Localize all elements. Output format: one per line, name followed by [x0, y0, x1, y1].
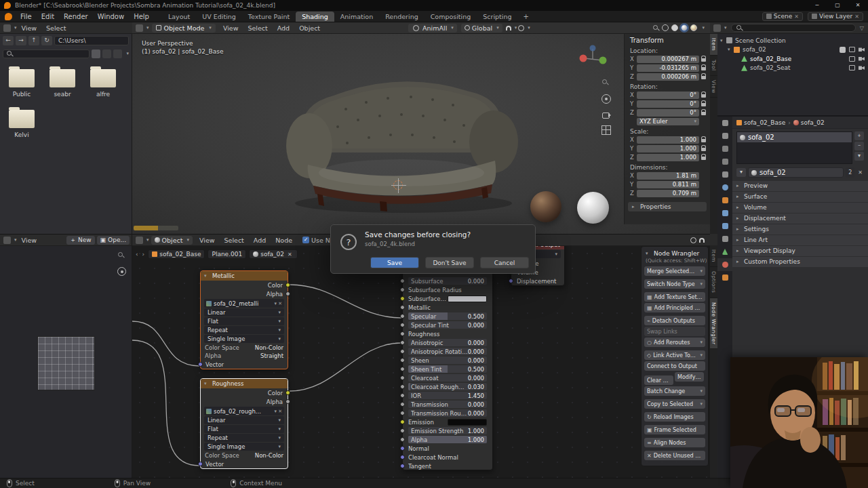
- breadcrumb-sofa-02-base[interactable]: sofa_02_Base: [736, 119, 785, 126]
- editor-type-icon[interactable]: [136, 24, 143, 32]
- roughness-dropdown-single-image[interactable]: Single Image▾: [204, 443, 284, 451]
- bsdf-alpha-input-socket[interactable]: [400, 437, 405, 442]
- snapping-icon[interactable]: [690, 237, 696, 243]
- transform-value-field[interactable]: 1.000: [637, 154, 699, 161]
- zoom-icon[interactable]: [117, 251, 126, 260]
- metallic-color-output-socket[interactable]: [285, 283, 290, 287]
- node-wrangler-title[interactable]: ▾Node Wrangler: [644, 249, 705, 257]
- bsdf-specular-tint-slider[interactable]: Specular Tint0.000: [408, 321, 487, 329]
- transform-value-field[interactable]: 1.000: [637, 145, 699, 152]
- principled-bsdf-node[interactable]: Subsurface0.000Subsurface RadiusSubsurfa…: [402, 272, 493, 470]
- properties-tab-output[interactable]: [717, 142, 732, 155]
- bsdf-anisotropic-rotation-slider[interactable]: Anisotropic Rotation0.000: [408, 348, 487, 355]
- bsdf-specular-input-socket[interactable]: [400, 314, 405, 319]
- display-settings-button[interactable]: [113, 49, 122, 58]
- wrangler-swap-links[interactable]: Swap Links: [644, 327, 705, 336]
- unlink-material-icon[interactable]: ✕: [856, 169, 864, 176]
- output-displacement-input-socket[interactable]: [509, 279, 513, 283]
- viewport-menu-select[interactable]: Select: [243, 24, 272, 32]
- shader-menu-node[interactable]: Node: [271, 237, 297, 244]
- browse-material-button[interactable]: ▾: [736, 168, 746, 177]
- properties-tab-material[interactable]: [717, 258, 732, 271]
- wrangler-delete-unused-n[interactable]: ✕Delete Unused N...: [644, 451, 705, 460]
- wrangler-copy-to-selected[interactable]: Copy to Selected▾: [644, 399, 705, 409]
- transform-value-field[interactable]: 0°: [637, 100, 699, 108]
- selectability-checkbox[interactable]: [840, 47, 846, 53]
- editor-type-icon[interactable]: [3, 24, 11, 32]
- bsdf-specular-slider[interactable]: Specular0.500: [408, 312, 487, 320]
- metallic-node-header[interactable]: ▾Metallic: [201, 271, 288, 281]
- rotation-mode-select[interactable]: XYZ Euler▾: [637, 118, 699, 125]
- bsdf-subsurface-input-socket[interactable]: [400, 279, 405, 283]
- editor-type-icon[interactable]: [136, 237, 143, 244]
- menu-edit[interactable]: Edit: [37, 13, 59, 20]
- mode-selector[interactable]: Object Mode▾: [152, 24, 216, 33]
- outliner-row-sofa-02-base[interactable]: sofa_02_Base: [717, 54, 868, 64]
- wrangler-reload-images[interactable]: ↻Reload Images: [644, 412, 705, 422]
- menu-help[interactable]: Help: [129, 13, 154, 20]
- roughness-dropdown-linear[interactable]: Linear▾: [204, 416, 284, 424]
- solid-shading-button[interactable]: [671, 24, 678, 31]
- bsdf-subsurface-radius-input-socket[interactable]: [400, 287, 405, 292]
- wrangler-connect-to-output[interactable]: Connect to Output: [644, 361, 705, 371]
- camera-visibility-icon[interactable]: [859, 65, 865, 70]
- expand-icon[interactable]: ▾: [720, 38, 726, 43]
- bsdf-tangent-input-socket[interactable]: [400, 464, 405, 468]
- properties-tab-world[interactable]: [717, 181, 732, 194]
- bsdf-sheen-tint-input-socket[interactable]: [400, 367, 405, 371]
- lock-icon[interactable]: [701, 76, 706, 79]
- bsdf-anisotropic-input-socket[interactable]: [400, 340, 405, 345]
- bsdf-clearcoat-slider[interactable]: Clearcoat0.000: [408, 374, 487, 382]
- material-preview-button[interactable]: [681, 24, 688, 31]
- material-name-field[interactable]: sofa_02: [748, 167, 844, 178]
- roughness-alpha-output-socket[interactable]: [285, 399, 290, 404]
- metallic-dropdown-flat[interactable]: Flat▾: [204, 317, 284, 325]
- shader-menu-view[interactable]: View: [195, 237, 220, 244]
- bsdf-alpha-slider[interactable]: Alpha1.000: [408, 436, 487, 443]
- camera-visibility-icon[interactable]: [859, 56, 865, 62]
- use-nodes-checkbox[interactable]: ✓: [302, 237, 309, 243]
- folder-alfre[interactable]: alfre: [85, 66, 121, 98]
- roughness-node-header[interactable]: ▾Roughness: [201, 379, 288, 388]
- bsdf-sheen-tint-slider[interactable]: Sheen Tint0.500: [408, 365, 487, 373]
- wrangler-switch-node-type[interactable]: Switch Node Type▾: [644, 279, 705, 289]
- orientation-selector[interactable]: Global▾: [461, 24, 502, 33]
- file-path-field[interactable]: C:\Users\: [54, 36, 129, 45]
- remove-slot-button[interactable]: －: [854, 142, 864, 150]
- lock-icon[interactable]: [701, 103, 706, 106]
- folder-seabr[interactable]: seabr: [45, 66, 80, 98]
- bsdf-metallic-input-socket[interactable]: [400, 305, 405, 310]
- material-slot-item[interactable]: sofa_02: [737, 132, 852, 142]
- lock-icon[interactable]: [701, 58, 706, 62]
- forward-button[interactable]: →: [16, 36, 26, 45]
- file-menu-select[interactable]: Select: [41, 24, 71, 32]
- lock-icon[interactable]: [701, 139, 706, 142]
- bsdf-emission-color[interactable]: [448, 419, 487, 426]
- display-mode-thumbnails-button[interactable]: [102, 49, 111, 58]
- wrangler-align-nodes[interactable]: ≡Align Nodes: [644, 438, 705, 447]
- wrangler-detach-outputs[interactable]: ⌁Detach Outputs: [644, 316, 705, 325]
- metallic-dropdown-repeat[interactable]: Repeat▾: [204, 326, 284, 334]
- bsdf-anisotropic-slider[interactable]: Anisotropic0.000: [408, 339, 487, 346]
- workspace-tab-layout[interactable]: Layout: [162, 12, 196, 22]
- display-mode-list-button[interactable]: [92, 49, 100, 58]
- filter-dropdown-icon[interactable]: ▾: [126, 51, 129, 56]
- move-view-icon[interactable]: [601, 94, 611, 104]
- editor-type-icon[interactable]: [3, 237, 11, 244]
- bsdf-roughness-input-socket[interactable]: [400, 331, 405, 336]
- bsdf-transmission-slider[interactable]: Transmission0.000: [408, 401, 487, 408]
- add-slot-button[interactable]: ＋: [854, 131, 864, 140]
- metallic-alpha-output-socket[interactable]: [285, 291, 290, 296]
- sidebar-tab-tool[interactable]: Tool: [710, 56, 717, 76]
- roughness-dropdown-repeat[interactable]: Repeat▾: [204, 434, 284, 442]
- properties-tab-physics[interactable]: [717, 220, 732, 232]
- panel-preview[interactable]: ▸Preview: [732, 181, 868, 191]
- properties-tab-object[interactable]: [717, 194, 732, 207]
- bsdf-ior-slider[interactable]: IOR1.450: [408, 392, 487, 399]
- transform-value-field[interactable]: 1.000: [637, 136, 699, 144]
- wrangler-frame-selected[interactable]: ▣Frame Selected: [644, 425, 705, 434]
- pan-icon[interactable]: [117, 267, 126, 276]
- open-image-button[interactable]: ▣ Ope...: [97, 236, 130, 245]
- expand-icon[interactable]: ▾: [728, 47, 734, 52]
- camera-view-icon[interactable]: [601, 110, 611, 119]
